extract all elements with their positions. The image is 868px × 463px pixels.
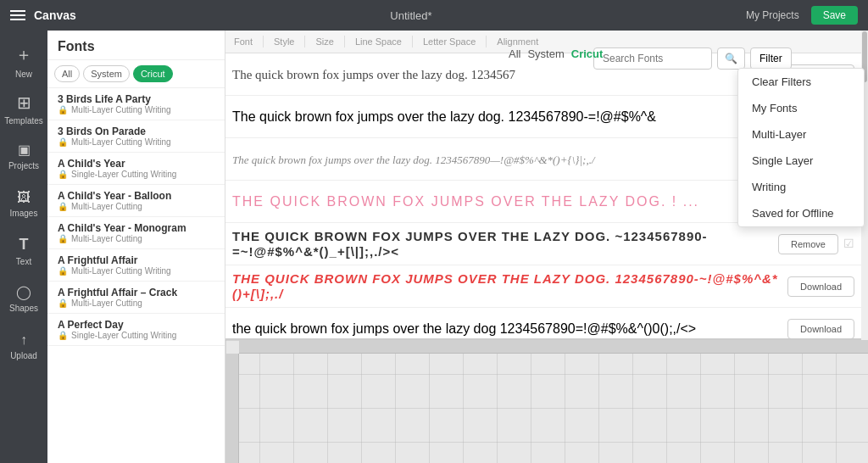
filter-tab-system[interactable]: System	[527, 47, 564, 60]
preview-text-area: The quick brown fox jumps over the lazy …	[232, 104, 781, 130]
filter-button[interactable]: Filter	[750, 47, 792, 70]
preview-action: Download	[781, 319, 861, 339]
sidebar-item-shapes[interactable]: ◯ Shapes	[0, 275, 47, 322]
sidebar-label-templates: Templates	[4, 116, 43, 126]
search-filter-bar: 🔍 Filter	[593, 47, 792, 70]
ruler-left	[225, 354, 239, 463]
shapes-icon: ◯	[16, 284, 31, 300]
font-item-name: 3 Birds On Parade	[58, 126, 214, 137]
font-list-item[interactable]: 3 Birds Life A Party 🔒 Multi-Layer Cutti…	[47, 88, 225, 120]
dropdown-clear-filters[interactable]: Clear Filters	[738, 69, 864, 95]
dropdown-writing[interactable]: Writing	[738, 174, 864, 200]
filter-cricut-button[interactable]: Cricut	[133, 65, 173, 82]
lock-icon: 🔒	[58, 202, 68, 211]
font-list-item[interactable]: A Frightful Affair 🔒 Multi-Layer Cutting…	[47, 249, 225, 282]
sidebar-label-projects: Projects	[8, 161, 39, 170]
font-list-item[interactable]: 3 Birds On Parade 🔒 Multi-Layer Cutting …	[47, 120, 225, 153]
toolbar-letterspace-label: Letter Space	[423, 36, 476, 47]
preview-text-area: THE QUICK BROWN FOX JUMPS OVER THE LAZY …	[232, 266, 781, 307]
font-item-name: A Child's Year	[58, 158, 214, 170]
left-sidebar: ＋ New ⊞ Templates ▣ Projects 🖼 Images T …	[0, 31, 47, 463]
search-fonts-input[interactable]	[593, 47, 712, 70]
app-title: Canvas	[34, 8, 76, 22]
preview-text-area: THE QUICK BROWN FOX JUMPS OVER THE LAZY …	[232, 224, 771, 265]
toolbar-sep-4	[412, 36, 413, 47]
font-list-item[interactable]: A Perfect Day 🔒 Single-Layer Cutting Wri…	[47, 314, 225, 346]
font-item-name: A Child's Year - Monogram	[58, 222, 214, 234]
sidebar-item-text[interactable]: T Text	[0, 227, 47, 275]
sidebar-label-images: Images	[10, 209, 38, 218]
search-button[interactable]: 🔍	[717, 47, 745, 70]
font-item-name: A Perfect Day	[58, 319, 214, 331]
font-preview-item: THE QUICK BROWN FOX JUMPS OVER THE LAZY …	[225, 223, 868, 265]
toolbar-font-label: Font	[234, 36, 253, 47]
canvas-area: 4.032" 1.001" ✕ ↻ 🔒 ⤢ PARTY	[225, 340, 868, 463]
sidebar-item-templates[interactable]: ⊞ Templates	[0, 85, 47, 132]
font-item-type: 🔒 Multi-Layer Cutting	[58, 202, 214, 211]
sidebar-label-upload: Upload	[10, 351, 37, 360]
preview-text-area: the quick brown fox jumps over the lazy …	[232, 316, 781, 341]
filter-all-button[interactable]: All	[54, 65, 80, 82]
download-button[interactable]: Download	[787, 319, 854, 339]
dropdown-multi-layer[interactable]: Multi-Layer	[738, 121, 864, 148]
remove-button[interactable]: Remove	[778, 234, 838, 254]
sidebar-item-upload[interactable]: ↑ Upload	[0, 322, 47, 370]
preview-text-area: THE QUICK BROWN FOX JUMPS OVER THE LAZY …	[232, 189, 781, 215]
projects-icon: ▣	[18, 142, 31, 158]
preview-text: The quick brown fox jumps over the lazy …	[232, 68, 515, 81]
filter-dropdown: Clear Filters My Fonts Multi-Layer Singl…	[737, 68, 865, 227]
sidebar-item-new[interactable]: ＋ New	[0, 37, 47, 85]
download-button[interactable]: Download	[787, 276, 854, 297]
hamburger-icon[interactable]	[10, 10, 25, 20]
font-item-type: 🔒 Single-Layer Cutting Writing	[58, 170, 214, 179]
top-bar: Canvas Untitled* My Projects Save	[0, 0, 868, 31]
filter-tab-all[interactable]: All	[509, 47, 520, 60]
preview-action: Remove☑	[771, 234, 861, 254]
font-item-name: A Frightful Affair – Crack	[58, 287, 214, 298]
my-projects-button[interactable]: My Projects	[746, 9, 799, 21]
toolbar-style-label: Style	[274, 36, 294, 47]
font-item-type: 🔒 Multi-Layer Cutting	[58, 298, 214, 308]
upload-icon: ↑	[20, 332, 27, 348]
font-item-type: 🔒 Multi-Layer Cutting Writing	[58, 137, 214, 147]
dropdown-my-fonts[interactable]: My Fonts	[738, 95, 864, 121]
font-preview-item: THE QUICK BROWN FOX JUMPS OVER THE LAZY …	[225, 265, 868, 308]
font-list-item[interactable]: A Child's Year - Balloon 🔒 Multi-Layer C…	[47, 185, 225, 217]
sidebar-label-text: Text	[16, 257, 31, 266]
top-bar-left: Canvas	[10, 8, 76, 22]
templates-icon: ⊞	[17, 92, 31, 113]
lock-icon: 🔒	[58, 105, 68, 114]
font-list: 3 Birds Life A Party 🔒 Multi-Layer Cutti…	[47, 88, 225, 444]
font-list-item[interactable]: A Child's Year - Monogram 🔒 Multi-Layer …	[47, 217, 225, 249]
preview-text: The quick brown fox jumps over the lazy …	[232, 153, 595, 166]
canvas-grid	[225, 340, 868, 463]
sidebar-item-images[interactable]: 🖼 Images	[0, 180, 47, 227]
save-button[interactable]: Save	[811, 6, 858, 25]
text-icon: T	[19, 236, 29, 254]
filter-system-button[interactable]: System	[83, 65, 130, 82]
font-preview-item: the quick brown fox jumps over the lazy …	[225, 308, 868, 340]
filter-tab-cricut[interactable]: Cricut	[571, 47, 604, 60]
checked-icon: ☑	[843, 237, 854, 250]
top-bar-right: My Projects Save	[746, 6, 858, 25]
lock-icon: 🔒	[58, 137, 68, 147]
images-icon: 🖼	[17, 190, 31, 205]
sidebar-label-shapes: Shapes	[9, 304, 38, 313]
preview-text: the quick brown fox jumps over the lazy …	[232, 321, 696, 336]
preview-text: The quick brown fox jumps over the lazy …	[232, 109, 656, 124]
font-list-item[interactable]: A Child's Year 🔒 Single-Layer Cutting Wr…	[47, 153, 225, 185]
dropdown-single-layer[interactable]: Single Layer	[738, 148, 864, 174]
preview-text: THE QUICK BROWN FOX JUMPS OVER THE LAZY …	[232, 229, 708, 259]
lock-icon: 🔒	[58, 266, 68, 276]
toolbar-sep-3	[344, 36, 345, 47]
lock-icon: 🔒	[58, 298, 68, 308]
dropdown-saved-offline[interactable]: Saved for Offline	[738, 200, 864, 226]
toolbar-sep-2	[304, 36, 305, 47]
sidebar-item-projects[interactable]: ▣ Projects	[0, 132, 47, 180]
font-item-type: 🔒 Single-Layer Cutting Writing	[58, 331, 214, 340]
font-list-item[interactable]: A Frightful Affair – Crack 🔒 Multi-Layer…	[47, 282, 225, 314]
toolbar-alignment-label: Alignment	[497, 36, 538, 47]
font-item-name: A Frightful Affair	[58, 254, 214, 266]
toolbar-sep-5	[486, 36, 487, 47]
preview-text: THE QUICK BROWN FOX JUMPS OVER THE LAZY …	[232, 194, 699, 209]
